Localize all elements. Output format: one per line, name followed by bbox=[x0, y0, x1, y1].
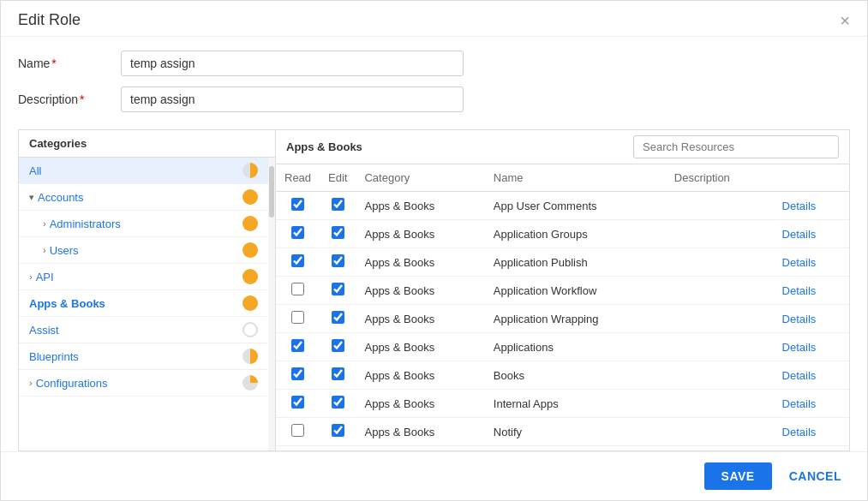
cat-icon-all bbox=[242, 163, 258, 178]
details-link[interactable]: Details bbox=[782, 369, 817, 382]
read-cell bbox=[276, 418, 320, 446]
edit-cell bbox=[320, 192, 356, 220]
edit-cell bbox=[320, 248, 356, 277]
modal-body: Name* Description* Categories All bbox=[1, 37, 867, 451]
details-link[interactable]: Details bbox=[782, 256, 817, 269]
read-checkbox[interactable] bbox=[291, 367, 304, 380]
table-row: Apps & BooksNotifyDetails bbox=[276, 418, 849, 446]
description-cell bbox=[666, 220, 774, 248]
table-row: Apps & BooksApplication GroupsDetails bbox=[276, 220, 849, 248]
read-checkbox[interactable] bbox=[291, 254, 304, 267]
cat-icon-configurations bbox=[242, 375, 258, 391]
category-cell: Apps & Books bbox=[356, 277, 484, 305]
details-link[interactable]: Details bbox=[782, 397, 817, 410]
details-cell: Details bbox=[774, 333, 849, 361]
details-link[interactable]: Details bbox=[782, 426, 817, 438]
resources-table: Read Edit Category Name Description Apps… bbox=[276, 164, 849, 446]
category-item-users[interactable]: › Users bbox=[19, 237, 268, 264]
details-link[interactable]: Details bbox=[782, 228, 817, 241]
name-label: Name* bbox=[18, 57, 121, 70]
details-cell: Details bbox=[774, 220, 849, 248]
modal-title: Edit Role bbox=[18, 11, 81, 29]
read-checkbox[interactable] bbox=[291, 311, 304, 324]
edit-checkbox[interactable] bbox=[332, 311, 344, 324]
category-item-apps-books[interactable]: Apps & Books bbox=[19, 290, 268, 317]
cat-icon-blueprints bbox=[242, 349, 258, 364]
read-checkbox[interactable] bbox=[291, 226, 304, 239]
edit-checkbox[interactable] bbox=[332, 396, 344, 409]
category-item-accounts[interactable]: ▾ Accounts bbox=[19, 184, 268, 211]
category-cell: Apps & Books bbox=[356, 390, 484, 418]
description-cell bbox=[666, 248, 774, 277]
table-row: Apps & BooksApplication WrappingDetails bbox=[276, 305, 849, 333]
name-cell: Application Wrapping bbox=[485, 305, 666, 333]
edit-checkbox[interactable] bbox=[332, 226, 344, 239]
save-button[interactable]: SAVE bbox=[704, 462, 772, 490]
read-checkbox[interactable] bbox=[291, 396, 304, 409]
category-cell: Apps & Books bbox=[356, 192, 484, 220]
category-cell: Apps & Books bbox=[356, 220, 484, 248]
read-checkbox[interactable] bbox=[291, 339, 304, 352]
description-row: Description* bbox=[18, 86, 850, 112]
read-cell bbox=[276, 220, 320, 248]
read-checkbox[interactable] bbox=[291, 198, 304, 211]
edit-checkbox[interactable] bbox=[332, 367, 344, 380]
modal-footer: SAVE CANCEL bbox=[1, 451, 867, 500]
read-cell bbox=[276, 305, 320, 333]
close-button[interactable]: × bbox=[840, 12, 850, 29]
read-cell bbox=[276, 277, 320, 305]
col-details-header bbox=[774, 164, 849, 192]
content-area: Categories All ▾ Accounts bbox=[18, 129, 850, 451]
details-link[interactable]: Details bbox=[782, 341, 817, 354]
details-link[interactable]: Details bbox=[782, 284, 817, 297]
cancel-button[interactable]: CANCEL bbox=[781, 462, 850, 490]
edit-cell bbox=[320, 361, 356, 390]
categories-panel: Categories All ▾ Accounts bbox=[18, 129, 275, 451]
details-link[interactable]: Details bbox=[782, 200, 817, 212]
name-input[interactable] bbox=[121, 51, 464, 76]
edit-checkbox[interactable] bbox=[332, 339, 344, 352]
table-row: Apps & BooksApplication WorkflowDetails bbox=[276, 277, 849, 305]
categories-list: All ▾ Accounts › Administrators bbox=[19, 158, 268, 450]
description-cell bbox=[666, 305, 774, 333]
name-cell: Notify bbox=[485, 418, 666, 446]
name-cell: Books bbox=[485, 361, 666, 390]
categories-scrollbar-thumb bbox=[269, 166, 274, 218]
col-read-header: Read bbox=[276, 164, 320, 192]
table-row: Apps & BooksInternal AppsDetails bbox=[276, 390, 849, 418]
cat-icon-assist bbox=[242, 322, 258, 337]
description-cell bbox=[666, 418, 774, 446]
details-cell: Details bbox=[774, 192, 849, 220]
desc-required: * bbox=[80, 92, 84, 106]
edit-checkbox[interactable] bbox=[332, 254, 344, 267]
category-item-api[interactable]: › API bbox=[19, 264, 268, 290]
category-item-blueprints[interactable]: Blueprints bbox=[19, 343, 268, 370]
resources-table-container: Read Edit Category Name Description Apps… bbox=[276, 164, 849, 450]
edit-checkbox[interactable] bbox=[332, 198, 344, 211]
categories-header: Categories bbox=[19, 130, 275, 158]
categories-scrollbar[interactable] bbox=[268, 158, 275, 450]
description-input[interactable] bbox=[121, 86, 464, 112]
category-item-configurations[interactable]: › Configurations bbox=[19, 370, 268, 397]
edit-checkbox[interactable] bbox=[332, 424, 344, 437]
cat-icon-users bbox=[242, 242, 258, 258]
table-row: Apps & BooksApp User CommentsDetails bbox=[276, 192, 849, 220]
cat-icon-api bbox=[242, 269, 258, 284]
read-cell bbox=[276, 248, 320, 277]
category-item-all[interactable]: All bbox=[19, 158, 268, 184]
search-resources-input[interactable] bbox=[633, 135, 839, 158]
edit-role-modal: Edit Role × Name* Description* Categorie… bbox=[0, 0, 868, 501]
read-checkbox[interactable] bbox=[291, 424, 304, 437]
read-checkbox[interactable] bbox=[291, 283, 304, 295]
category-item-assist[interactable]: Assist bbox=[19, 317, 268, 343]
modal-header: Edit Role × bbox=[1, 1, 867, 37]
details-cell: Details bbox=[774, 248, 849, 277]
edit-checkbox[interactable] bbox=[332, 283, 344, 295]
read-cell bbox=[276, 333, 320, 361]
details-cell: Details bbox=[774, 390, 849, 418]
name-cell: Application Workflow bbox=[485, 277, 666, 305]
edit-cell bbox=[320, 277, 356, 305]
details-link[interactable]: Details bbox=[782, 313, 817, 325]
category-item-administrators[interactable]: › Administrators bbox=[19, 211, 268, 237]
cat-icon-administrators bbox=[242, 216, 258, 231]
